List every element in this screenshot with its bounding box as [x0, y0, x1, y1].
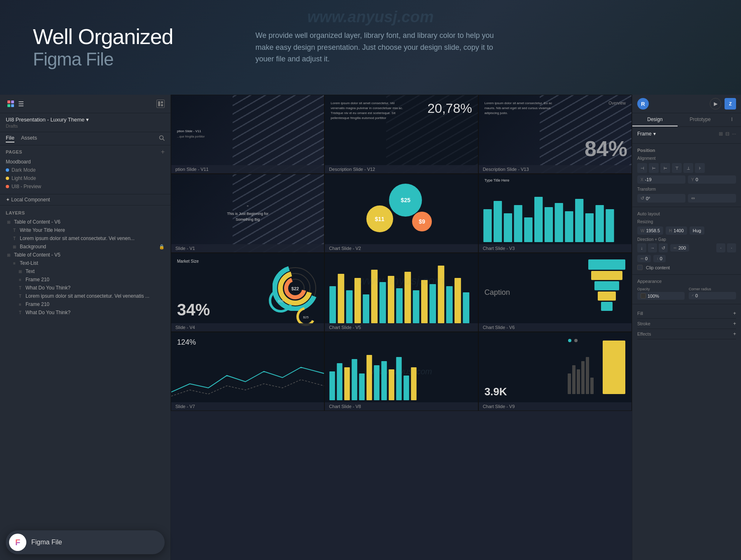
light-mode-label: Light Mode: [12, 175, 36, 181]
slide-v2[interactable]: $25 $11 $9 Chart Slide - V2: [324, 174, 478, 253]
radius-field[interactable]: ◜ 0: [689, 292, 736, 299]
layer-what-think[interactable]: T What Do You Think?: [0, 284, 170, 292]
header-icons: ▶ Z: [710, 98, 736, 110]
layers-header: Layers: [0, 205, 170, 218]
rotation-input[interactable]: ↺ 0°: [637, 194, 685, 203]
layers-label: Layers: [6, 210, 25, 215]
fill-row[interactable]: Fill +: [637, 308, 736, 319]
layer-text-icon-4: T: [17, 294, 23, 299]
svg-rect-41: [396, 288, 403, 323]
align-left[interactable]: ⊣: [637, 163, 647, 173]
pages-label: Pages: [6, 149, 22, 154]
page-ui8-preview[interactable]: UI8 - Preview: [6, 182, 165, 191]
layer-text[interactable]: ⊞ Text: [0, 267, 170, 275]
slide-v8[interactable]: www.anyusj.com: [324, 332, 478, 411]
layer-text-list[interactable]: ≡ Text-List: [0, 259, 170, 267]
tab-prototype[interactable]: Prototype: [678, 113, 723, 126]
layer-toc-v5-label: Table of Content - V5: [14, 252, 61, 258]
slide-v4[interactable]: Market Size 34% $22: [171, 253, 324, 332]
slide-v1[interactable]: " This is Just Beginning forSomething Bi…: [171, 174, 324, 253]
svg-rect-62: [382, 361, 387, 400]
slide-v9[interactable]: 3.9K: [478, 332, 632, 411]
layer-what-think-2[interactable]: T What Do You Think?: [0, 308, 170, 317]
slide-v3[interactable]: Type Title Here: [478, 174, 632, 253]
layout-icon-right[interactable]: ⊟: [725, 131, 729, 137]
more-icon[interactable]: ···: [732, 131, 736, 137]
dir-down[interactable]: ↓: [637, 243, 646, 252]
layer-frame-210[interactable]: ≡ Frame 210: [0, 275, 170, 284]
opacity-field[interactable]: 100%: [637, 292, 685, 300]
layer-lorem-1[interactable]: T Lorem ipsum dolor sit amet consectetur…: [0, 234, 170, 243]
hug-dropdown[interactable]: Hug: [690, 226, 704, 235]
layer-frame-210-label: Frame 210: [26, 277, 49, 282]
tab-design[interactable]: Design: [632, 113, 678, 126]
hero-section: www.anyusj.com Well Organized Figma File…: [0, 0, 741, 95]
play-button[interactable]: ▶: [710, 98, 721, 110]
align-right[interactable]: ⊢: [660, 163, 670, 173]
layer-list-icon: ≡: [12, 261, 17, 266]
layer-lorem-2[interactable]: T Lorem ipsum dolor sit amet consectetur…: [0, 292, 170, 300]
dir-right[interactable]: →: [648, 243, 657, 252]
page-dark-mode[interactable]: Dark Mode: [6, 166, 165, 174]
tab-extra[interactable]: I: [723, 113, 741, 126]
align-center-v[interactable]: ⊥: [683, 163, 693, 173]
local-component[interactable]: ✦ Local Component: [0, 194, 170, 205]
project-title[interactable]: UI8 Presentation - Luxury Theme ▾: [6, 117, 165, 123]
flip-input[interactable]: ⇔: [688, 194, 736, 203]
align-btn-1[interactable]: ·: [716, 243, 725, 252]
gap-input[interactable]: ⇔ 200: [670, 244, 689, 252]
page-light-mode[interactable]: Light Mode: [6, 174, 165, 182]
funnel-chart: [586, 259, 627, 313]
pad-v-field[interactable]: ↕ 0: [653, 255, 666, 262]
resizing-label: Resizing: [637, 219, 653, 224]
layer-frame-210b[interactable]: ≡ Frame 210: [0, 300, 170, 308]
line-chart: [171, 359, 324, 400]
layout-icon[interactable]: [156, 100, 165, 108]
slide-v12[interactable]: 20,78% Lorem ipsum dolor sit amet consec…: [324, 95, 478, 174]
figma-toast[interactable]: F Figma File: [6, 530, 165, 554]
clip-label: Clip content: [646, 265, 670, 270]
x-input[interactable]: X -19: [637, 175, 685, 184]
svg-rect-49: [463, 292, 470, 323]
grid-icon[interactable]: ⊞: [719, 131, 723, 137]
canvas-area[interactable]: www.anyusj.com ption Slide - V11...que f…: [171, 95, 632, 560]
layer-write-title[interactable]: T Write Your Title Here: [0, 226, 170, 234]
align-top[interactable]: ⊤: [672, 163, 682, 173]
layer-toc-v6[interactable]: ⊞ Table of Content - V6: [0, 218, 170, 226]
align-btn-2[interactable]: ·: [727, 243, 736, 252]
slide-v7[interactable]: 124% Slide - V7: [171, 332, 324, 411]
hamburger-icon[interactable]: ☰: [18, 100, 24, 108]
effects-row[interactable]: Effects +: [637, 329, 736, 339]
y-input[interactable]: Y 0: [688, 175, 736, 184]
slide-v9-stat: 3.9K: [485, 385, 507, 398]
fill-add-icon[interactable]: +: [733, 310, 736, 316]
clip-checkbox[interactable]: [637, 265, 643, 270]
page-moodboard[interactable]: Moodboard: [6, 158, 165, 166]
align-center-h[interactable]: ⊢: [649, 163, 659, 173]
add-page-button[interactable]: +: [161, 149, 165, 155]
figma-grid-icon[interactable]: [6, 99, 16, 109]
tab-assets[interactable]: Assets: [21, 135, 37, 142]
stroke-row[interactable]: Stroke +: [637, 319, 736, 329]
svg-text:$35: $35: [278, 299, 284, 303]
pad-h-field[interactable]: ⇔ 0: [637, 255, 651, 262]
opacity-checkbox[interactable]: [641, 293, 646, 299]
slide-v5[interactable]: Chart Slide - V5: [324, 253, 478, 332]
search-icon[interactable]: [159, 135, 165, 142]
zoom-button[interactable]: Z: [725, 98, 736, 110]
height-field[interactable]: H 1400: [666, 226, 687, 235]
width-field[interactable]: W 1958.5: [637, 226, 663, 235]
layer-background[interactable]: ⊞ Background 🔒: [0, 243, 170, 251]
effects-add-icon[interactable]: +: [733, 331, 736, 337]
slide-v11[interactable]: ption Slide - V11...que fringilla portti…: [171, 95, 324, 174]
slides-grid: ption Slide - V11...que fringilla portti…: [171, 95, 632, 411]
slide-v6[interactable]: Caption Chart Slide - V6: [478, 253, 632, 332]
stroke-add-icon[interactable]: +: [733, 321, 736, 327]
tab-file[interactable]: File: [6, 135, 14, 142]
align-bottom[interactable]: ⊦: [695, 163, 705, 173]
logo-area: ☰: [6, 99, 24, 109]
slide-v13[interactable]: Lorem ipsum dolor sit amet consectetur. …: [478, 95, 632, 174]
dir-refresh[interactable]: ↺: [659, 243, 668, 252]
layer-toc-v5[interactable]: ⊞ Table of Content - V5: [0, 251, 170, 259]
slide-v6-label: Chart Slide - V6: [479, 323, 631, 331]
